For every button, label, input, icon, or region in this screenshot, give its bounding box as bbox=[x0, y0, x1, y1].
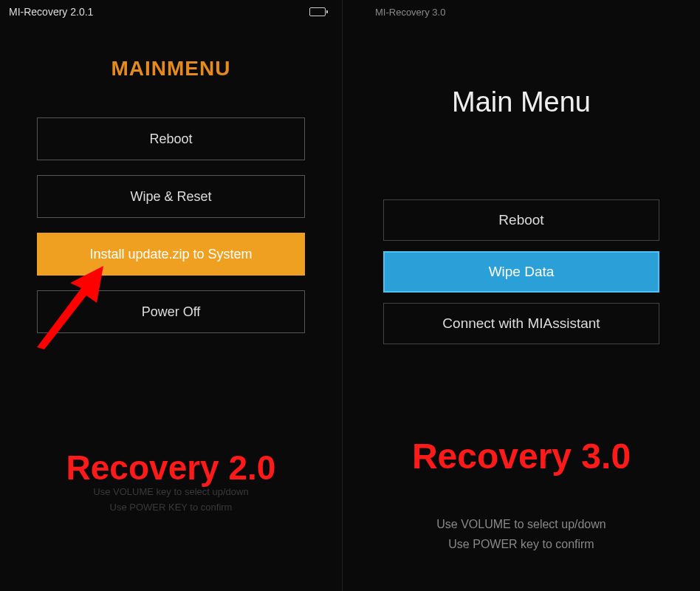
menu-buttons-right: Reboot Wipe Data Connect with MIAssistan… bbox=[343, 199, 700, 344]
statusbar-right: MI-Recovery 3.0 bbox=[343, 0, 700, 24]
reboot-button[interactable]: Reboot bbox=[383, 199, 659, 241]
recovery-3-screen: MI-Recovery 3.0 Main Menu Reboot Wipe Da… bbox=[343, 0, 700, 591]
power-off-button[interactable]: Power Off bbox=[37, 290, 305, 333]
navigation-hint: Use VOLUME to select up/down Use POWER k… bbox=[343, 514, 700, 554]
hint-line-1: Use VOLUME to select up/down bbox=[343, 514, 700, 534]
wipe-reset-button[interactable]: Wipe & Reset bbox=[37, 175, 305, 218]
connect-miassistant-button[interactable]: Connect with MIAssistant bbox=[383, 303, 659, 344]
install-update-button[interactable]: Install update.zip to System bbox=[37, 233, 305, 276]
hint-line-2: Use POWER key to confirm bbox=[343, 534, 700, 554]
reboot-button[interactable]: Reboot bbox=[37, 117, 305, 160]
menu-buttons-left: Reboot Wipe & Reset Install update.zip t… bbox=[0, 117, 342, 333]
statusbar-left: MI-Recovery 2.0.1 bbox=[0, 0, 342, 24]
hint-line-2: Use POWER KEY to confirm bbox=[0, 500, 342, 516]
hint-line-1: Use VOLUME key to select up/down bbox=[0, 485, 342, 500]
recovery-version-label: MI-Recovery 3.0 bbox=[351, 7, 445, 18]
navigation-hint: Use VOLUME key to select up/down Use POW… bbox=[0, 485, 342, 516]
wipe-data-button[interactable]: Wipe Data bbox=[383, 251, 659, 293]
recovery-version-caption: Recovery 2.0 bbox=[0, 448, 342, 488]
mainmenu-title: MAINMENU bbox=[0, 57, 342, 81]
recovery-version-label: MI-Recovery 2.0.1 bbox=[9, 6, 93, 18]
mainmenu-title: Main Menu bbox=[343, 86, 700, 118]
battery-icon bbox=[309, 7, 326, 16]
recovery-2-screen: MI-Recovery 2.0.1 MAINMENU Reboot Wipe &… bbox=[0, 0, 343, 591]
recovery-version-caption: Recovery 3.0 bbox=[343, 436, 700, 476]
